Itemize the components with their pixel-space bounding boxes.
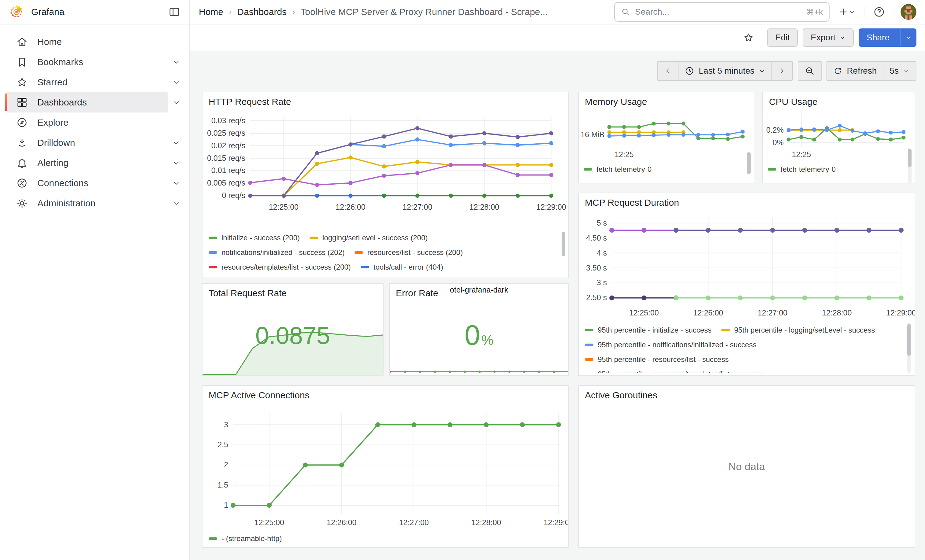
sidebar-item-home[interactable]: Home [5,32,168,52]
panel-mcp-active-connections: MCP Active Connections 12:25:0012:26:001… [202,385,569,548]
sidebar-item-label: Connections [37,178,88,188]
chevron-down-icon[interactable] [168,179,184,188]
legend-scrollbar[interactable] [907,324,911,356]
time-forward-button[interactable] [771,61,793,81]
share-button-label[interactable]: Share [859,29,897,46]
panel-title[interactable]: MCP Request Duration [585,197,679,208]
legend-swatch [768,168,776,171]
chevron-down-icon[interactable] [168,159,184,167]
sidebar-item-starred[interactable]: Starred [5,72,168,92]
panel-title[interactable]: Memory Usage [585,97,647,107]
legend-scrollbar[interactable] [747,152,751,174]
export-button[interactable]: Export [803,29,854,47]
sidebar-item-alerting[interactable]: Alerting [5,153,168,173]
share-button[interactable]: Share [859,29,916,47]
bell-icon [16,157,28,169]
breadcrumb: Home › Dashboards › ToolHive MCP Server … [199,7,548,17]
bookmark-icon [16,56,28,68]
legend-item[interactable]: initialize - success (200) [209,234,300,242]
breadcrumb-home[interactable]: Home [199,7,223,17]
time-range-picker[interactable]: Last 5 minutes [678,61,772,81]
panel-title[interactable]: Total Request Rate [209,288,286,298]
legend-item[interactable]: fetch-telemetry-0 [768,165,836,174]
time-back-button[interactable] [657,61,678,81]
search-input[interactable] [635,7,801,17]
legend-scrollbar[interactable] [908,149,911,167]
refresh-interval-picker[interactable]: 5s [883,61,916,81]
sidebar-item-dashboards[interactable]: Dashboards [5,92,168,113]
legend-item[interactable]: resources/list - success (200) [354,248,463,257]
svg-text:1: 1 [224,501,228,509]
breadcrumb-dashboards[interactable]: Dashboards [237,7,286,17]
panel-title[interactable]: MCP Active Connections [209,390,310,401]
chevron-down-icon[interactable] [168,58,184,66]
legend-item[interactable]: tools/call - success (200) [209,278,302,278]
sidebar-item-drilldown[interactable]: Drilldown [5,133,168,153]
svg-text:0.005 req/s: 0.005 req/s [207,179,245,187]
legend-item[interactable]: fetch-telemetry-0 [584,165,652,174]
chevron-down-icon[interactable] [168,78,184,87]
svg-text:12:25: 12:25 [615,150,634,159]
svg-text:12:25: 12:25 [792,150,811,159]
panel-title[interactable]: HTTP Request Rate [209,97,291,107]
sidebar-item-administration[interactable]: Administration [5,193,168,213]
legend-item[interactable]: unknown - success (200) [414,278,508,278]
time-controls: Last 5 minutes Refresh 5s [657,61,916,81]
legend-item[interactable]: 95th percentile - resources/templates/li… [585,370,762,373]
legend-item[interactable]: resources/templates/list - success (200) [209,263,351,272]
svg-text:0.025 req/s: 0.025 req/s [207,129,245,137]
help-button[interactable] [871,3,888,21]
sidebar-item-bookmarks[interactable]: Bookmarks [5,52,168,72]
http-chart-canvas[interactable]: 12:25:0012:26:0012:27:0012:28:0012:29:00… [205,111,560,213]
chevron-down-icon[interactable] [168,199,184,207]
error-rate-sparkline[interactable] [390,363,569,374]
legend-item[interactable]: logging/setLevel - success (200) [310,234,428,242]
new-button[interactable] [836,4,858,20]
share-dropdown-chevron[interactable] [901,29,916,46]
svg-text:3 s: 3 s [597,278,607,287]
favorite-star-button[interactable] [740,29,757,46]
legend-item[interactable]: 95th percentile - resources/list - succe… [585,355,729,364]
panel-active-goroutines: Active Goroutines No data [578,385,915,548]
mega-menu-toggle[interactable] [166,3,183,21]
edit-button[interactable]: Edit [767,29,798,47]
svg-text:12:27:00: 12:27:00 [402,203,432,211]
legend-swatch [585,329,594,331]
refresh-button[interactable]: Refresh [827,61,883,81]
cpu-chart-canvas[interactable]: 12:250.2%0% [764,108,910,161]
grafana-logo[interactable] [9,5,24,19]
duration-chart-canvas[interactable]: 12:25:0012:26:0012:27:0012:28:0012:29:00… [581,210,910,319]
legend-swatch [585,358,594,361]
legend-item[interactable]: tools/list - success (200) [312,278,404,278]
svg-text:2.5: 2.5 [217,440,228,449]
zoom-out-button[interactable] [798,61,822,81]
no-data-message: No data [579,386,914,547]
sidebar-item-starred: Starred [0,72,189,92]
chevron-down-icon[interactable] [168,98,184,107]
search-box[interactable]: ⌘+k [614,2,830,22]
sidebar-item-explore[interactable]: Explore [5,113,168,133]
cpu-legend: fetch-telemetry-0 [768,162,896,178]
legend-item[interactable]: tools/call - error (404) [361,263,443,272]
legend-item[interactable]: 95th percentile - notifications/initiali… [585,341,756,349]
refresh-interval-label: 5s [889,66,899,76]
sidebar-item-label: Alerting [37,158,69,168]
memory-chart-canvas[interactable]: 12:2516 MiB [580,108,749,161]
legend-scrollbar[interactable] [562,232,565,256]
sidebar-item-explore: Explore [0,113,189,133]
chevron-down-icon[interactable] [168,138,184,147]
legend-item[interactable]: 95th percentile - initialize - success [585,326,711,335]
panel-title[interactable]: CPU Usage [769,97,817,107]
sidebar-item-administration: Administration [0,193,189,213]
legend-item[interactable]: - (streamable-http) [209,534,282,543]
brand-title: Grafana [31,7,64,17]
connections-chart-canvas[interactable]: 12:25:0012:26:0012:27:0012:28:0012:29:00… [205,407,567,529]
sidebar-item-label: Home [37,37,62,47]
legend-item[interactable]: notifications/initialized - success (202… [209,248,345,257]
sidebar-item-connections[interactable]: Connections [5,173,168,193]
svg-text:0%: 0% [773,138,784,147]
apps-icon [16,96,28,108]
legend-item[interactable]: 95th percentile - logging/setLevel - suc… [721,326,875,335]
svg-text:12:27:00: 12:27:00 [758,308,787,317]
user-avatar[interactable] [901,4,916,20]
